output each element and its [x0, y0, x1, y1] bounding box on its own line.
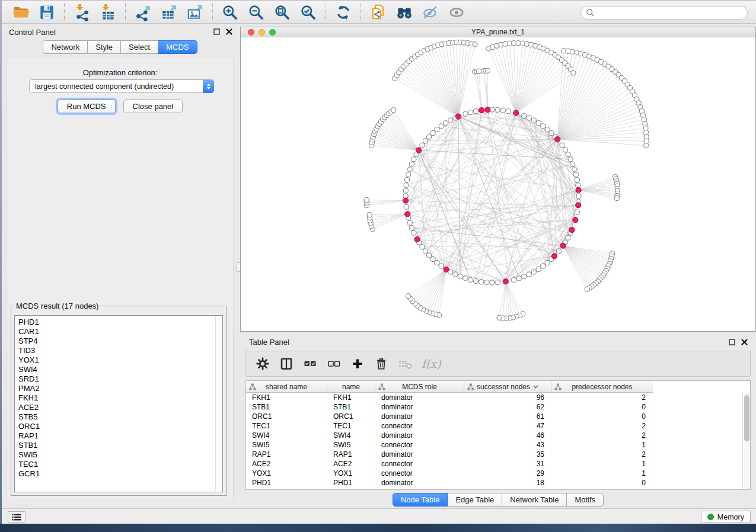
mcds-result-item[interactable]: ACE2: [18, 403, 222, 412]
table-cell: 0: [551, 479, 653, 487]
close-panel-icon[interactable]: [226, 28, 232, 35]
table-row[interactable]: SWI5SWI5connector431: [246, 440, 742, 450]
refresh-icon[interactable]: [334, 4, 352, 21]
mcds-result-item[interactable]: YOX1: [18, 355, 222, 365]
attribute-type-icon: [554, 383, 562, 390]
column-header-mcds-role[interactable]: MCDS role: [375, 381, 464, 392]
save-icon[interactable]: [38, 4, 56, 21]
table-scrollbar-thumb[interactable]: [744, 395, 749, 441]
table-row[interactable]: SWI4SWI4dominator462: [246, 431, 742, 440]
main-toolbar: [2, 1, 756, 24]
mcds-result-item[interactable]: STB5: [18, 412, 222, 422]
table-row[interactable]: FKH1FKH1dominator962: [246, 393, 742, 402]
export-image-icon[interactable]: [186, 4, 204, 21]
table-row[interactable]: PHD1PHD1dominator180: [246, 478, 742, 488]
mcds-result-item[interactable]: TID3: [18, 346, 222, 355]
tab-motifs[interactable]: Motifs: [567, 493, 604, 507]
mcds-result-item[interactable]: SRD1: [18, 374, 222, 384]
show-eye-icon[interactable]: [448, 4, 465, 21]
memory-label: Memory: [717, 513, 744, 521]
gear-icon[interactable]: [256, 357, 270, 371]
mcds-result-item[interactable]: STB1: [18, 441, 222, 450]
import-table-icon[interactable]: [99, 4, 117, 21]
mcds-result-item[interactable]: STP4: [18, 336, 222, 346]
table-cell: connector: [375, 441, 464, 449]
open-file-icon[interactable]: [12, 4, 30, 21]
criterion-select[interactable]: largest connected component (undirected): [29, 79, 214, 93]
column-menu-chevron-icon[interactable]: [533, 385, 538, 389]
add-icon[interactable]: [350, 357, 365, 371]
mcds-result-item[interactable]: GCR1: [18, 469, 222, 479]
tab-network-table[interactable]: Network Table: [502, 493, 567, 507]
tab-mcds[interactable]: MCDS: [158, 40, 197, 54]
table-scrollbar[interactable]: [742, 393, 750, 489]
mcds-result-item[interactable]: SWI5: [18, 450, 222, 460]
result-scrollbar[interactable]: [215, 316, 222, 491]
table-tabs: Node Table Edge Table Network Table Moti…: [240, 493, 756, 507]
duplicate-network-icon[interactable]: [369, 4, 387, 21]
mcds-result-list[interactable]: PHD1CAR1STP4TID3YOX1SWI4SRD1PMA2FKH1ACE2…: [14, 315, 223, 492]
export-network-icon[interactable]: [134, 4, 152, 21]
column-header-predecessor-nodes[interactable]: predecessor nodes: [551, 381, 653, 392]
table-cell: YOX1: [327, 469, 375, 477]
search-input[interactable]: [580, 6, 748, 20]
list-icon: [11, 513, 22, 521]
search-field[interactable]: [595, 8, 747, 18]
network-window-titlebar[interactable]: YPA_prune.txt_1: [241, 27, 755, 37]
close-table-panel-icon[interactable]: [741, 339, 748, 345]
mcds-result-item[interactable]: ORC1: [18, 422, 222, 431]
tab-style[interactable]: Style: [88, 40, 121, 54]
toolbar-separator: [64, 4, 65, 21]
table-row[interactable]: ORC1ORC1dominator610: [246, 412, 742, 421]
network-graph[interactable]: [241, 37, 755, 331]
zoom-out-icon[interactable]: [247, 4, 265, 21]
import-network-icon[interactable]: [73, 4, 91, 21]
zoom-fit-icon[interactable]: [273, 4, 291, 21]
run-mcds-button[interactable]: Run MCDS: [58, 100, 116, 113]
table-row[interactable]: ACE2ACE2connector311: [246, 459, 742, 469]
table-cell: 43: [464, 441, 551, 449]
mcds-result-item[interactable]: PHD1: [18, 318, 222, 327]
node-table: shared name name MCDS role: [245, 380, 751, 490]
tab-network[interactable]: Network: [43, 40, 88, 54]
select-all-icon[interactable]: [303, 357, 317, 371]
mcds-result-item[interactable]: SWI4: [18, 365, 222, 374]
deselect-all-icon[interactable]: [327, 357, 341, 371]
zoom-in-icon[interactable]: [221, 4, 239, 21]
float-panel-icon[interactable]: [213, 28, 220, 35]
tab-edge-table[interactable]: Edge Table: [448, 493, 502, 507]
table-row[interactable]: YOX1YOX1connector291: [246, 469, 742, 478]
binoculars-icon[interactable]: [395, 4, 413, 21]
table-cell: 18: [464, 479, 551, 487]
trash-icon[interactable]: [374, 357, 388, 371]
table-cell: ACE2: [246, 460, 327, 468]
mcds-result-item[interactable]: FKH1: [18, 393, 222, 403]
column-header-shared-name[interactable]: shared name: [246, 381, 327, 392]
column-header-successor-nodes[interactable]: successor nodes: [464, 381, 551, 392]
export-table-icon[interactable]: [160, 4, 178, 21]
tab-node-table[interactable]: Node Table: [393, 493, 448, 507]
tab-select[interactable]: Select: [121, 40, 158, 54]
mcds-result-item[interactable]: RAP1: [18, 431, 222, 441]
table-row[interactable]: RAP1RAP1dominator352: [246, 450, 742, 459]
column-header-name[interactable]: name: [327, 381, 375, 392]
columns-icon[interactable]: [279, 357, 294, 371]
hide-unselected-icon[interactable]: [422, 4, 439, 21]
mcds-result-item[interactable]: PMA2: [18, 384, 222, 393]
table-row[interactable]: STB1STB1dominator620: [246, 402, 742, 412]
float-table-panel-icon[interactable]: [729, 339, 735, 345]
control-panel-title: Control Panel: [9, 28, 56, 37]
mcds-result-item[interactable]: CAR1: [18, 327, 222, 336]
table-panel: Table Panel: [240, 335, 756, 508]
close-panel-button[interactable]: Close panel: [123, 100, 183, 113]
table-cell: connector: [375, 422, 464, 430]
toolbar-separator: [125, 4, 126, 21]
table-cell: STB1: [246, 403, 327, 411]
table-cell: SWI4: [246, 431, 327, 440]
memory-button[interactable]: Memory: [701, 511, 751, 523]
zoom-selected-icon[interactable]: [299, 4, 317, 21]
mcds-result-item[interactable]: TEC1: [18, 460, 222, 469]
task-history-button[interactable]: [8, 511, 25, 523]
table-row[interactable]: TEC1TEC1connector472: [246, 421, 742, 431]
table-cell: STB1: [327, 403, 375, 411]
